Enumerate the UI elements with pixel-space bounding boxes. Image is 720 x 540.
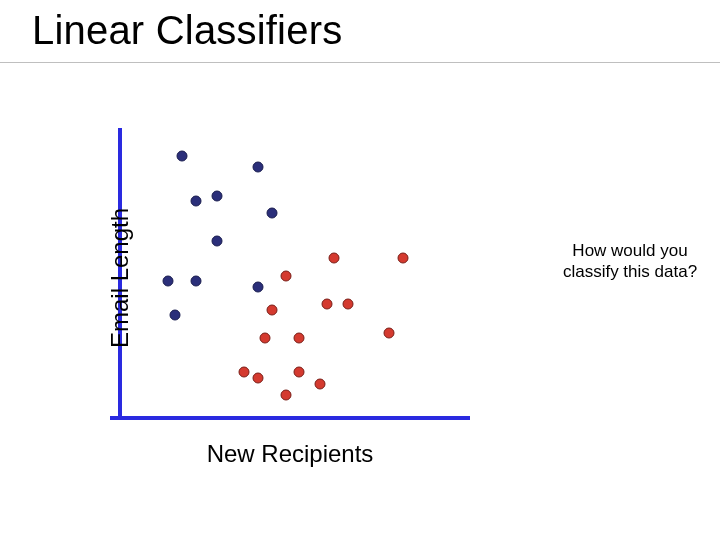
data-point <box>253 373 264 384</box>
data-point <box>190 276 201 287</box>
data-point <box>294 333 305 344</box>
data-point <box>177 150 188 161</box>
data-point <box>280 270 291 281</box>
data-point <box>266 304 277 315</box>
y-axis-label: Email Length <box>106 208 134 348</box>
data-point <box>342 299 353 310</box>
data-point <box>211 190 222 201</box>
data-point <box>253 281 264 292</box>
data-point <box>170 310 181 321</box>
data-point <box>397 253 408 264</box>
scatter-plot: Email Length New Recipients <box>110 128 470 428</box>
annotation-text: How would you classify this data? <box>545 240 715 283</box>
data-point <box>190 196 201 207</box>
data-point <box>266 207 277 218</box>
data-point <box>328 253 339 264</box>
data-point <box>211 236 222 247</box>
data-point <box>294 367 305 378</box>
data-point <box>259 333 270 344</box>
data-point <box>163 276 174 287</box>
page-title: Linear Classifiers <box>32 8 342 53</box>
data-point <box>253 162 264 173</box>
data-point <box>384 327 395 338</box>
data-point <box>315 378 326 389</box>
data-point <box>280 390 291 401</box>
x-axis-label: New Recipients <box>207 440 374 468</box>
title-underline <box>0 62 720 63</box>
data-point <box>239 367 250 378</box>
slide-root: Linear Classifiers Email Length New Reci… <box>0 0 720 540</box>
data-point <box>322 299 333 310</box>
